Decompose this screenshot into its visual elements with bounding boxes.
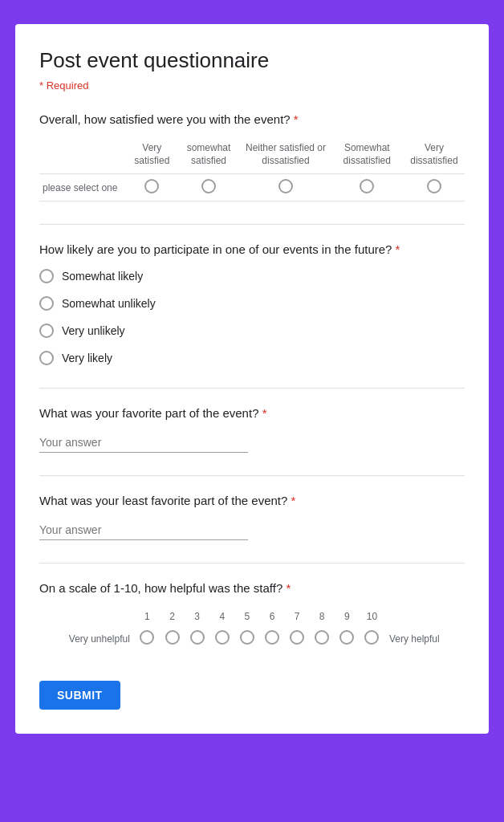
row-label: please select one	[39, 174, 128, 201]
question-5-text: On a scale of 1-10, how helpful was the …	[39, 580, 465, 596]
scale-cell-8[interactable]	[310, 627, 335, 650]
divider-1	[39, 224, 465, 225]
radio-circle-very-unlikely[interactable]	[39, 324, 54, 338]
scale-header-5: 5	[234, 608, 259, 627]
radio-circle-very-likely[interactable]	[39, 351, 54, 365]
scale-header-8: 8	[310, 608, 335, 627]
radio-option-somewhat-likely[interactable]: Somewhat likely	[39, 269, 465, 283]
col-header-somewhat-satisfied: somewhat satisfied	[177, 139, 242, 174]
scale-header-empty-end	[384, 608, 465, 627]
satisfaction-grid: Very satisfied somewhat satisfied Neithe…	[39, 139, 465, 201]
scale-radio-7[interactable]	[290, 630, 304, 645]
grid-cell-4[interactable]	[331, 174, 404, 201]
scale-min-label: Very unhelpful	[39, 627, 135, 650]
scale-radio-6[interactable]	[265, 630, 279, 645]
question-3-text: What was your favorite part of the event…	[39, 405, 465, 421]
divider-4	[39, 563, 465, 564]
scale-radio-4[interactable]	[215, 630, 230, 645]
question-2-section: How likely are you to participate in one…	[39, 241, 465, 365]
form-container: Post event questionnaire * Required Over…	[15, 24, 489, 734]
col-header-very-dissatisfied: Very dissatisfied	[404, 139, 465, 174]
radio-very-satisfied[interactable]	[144, 179, 159, 193]
scale-cell-10[interactable]	[360, 627, 384, 650]
col-header-very-satisfied: Very satisfied	[128, 139, 177, 174]
scale-cell-2[interactable]	[160, 627, 185, 650]
required-star-5: *	[286, 581, 291, 595]
col-header-neither: Neither satisfied or dissatisfied	[241, 139, 330, 174]
q4-text-input[interactable]	[39, 520, 248, 540]
scale-max-label: Very helpful	[384, 627, 465, 650]
scale-radio-1[interactable]	[140, 630, 154, 645]
radio-label-very-likely: Very likely	[62, 352, 112, 364]
scale-header-1: 1	[135, 608, 160, 627]
scale-radio-8[interactable]	[315, 630, 329, 645]
scale-radio-5[interactable]	[240, 630, 254, 645]
question-4-section: What was your least favorite part of the…	[39, 492, 465, 540]
radio-circle-somewhat-likely[interactable]	[39, 269, 54, 283]
scale-header-9: 9	[335, 608, 360, 627]
question-3-section: What was your favorite part of the event…	[39, 405, 465, 453]
scale-radio-2[interactable]	[165, 630, 180, 645]
scale-cell-6[interactable]	[259, 627, 284, 650]
radio-somewhat-dissatisfied[interactable]	[360, 179, 374, 193]
required-star-3: *	[262, 406, 267, 420]
form-title: Post event questionnaire	[39, 48, 465, 73]
radio-neither[interactable]	[278, 179, 293, 193]
scale-row: Very unhelpful Very helpful	[39, 627, 465, 650]
scale-header-10: 10	[360, 608, 384, 627]
grid-cell-2[interactable]	[177, 174, 242, 201]
question-4-text: What was your least favorite part of the…	[39, 492, 465, 509]
scale-header-6: 6	[259, 608, 284, 627]
submit-button[interactable]: SUBMIT	[39, 681, 120, 710]
scale-radio-9[interactable]	[339, 630, 354, 645]
radio-label-somewhat-likely: Somewhat likely	[62, 270, 143, 283]
radio-option-very-unlikely[interactable]: Very unlikely	[39, 324, 465, 338]
required-star-1: *	[294, 112, 299, 126]
question-5-section: On a scale of 1-10, how helpful was the …	[39, 580, 465, 650]
q3-text-input[interactable]	[39, 433, 248, 453]
radio-circle-somewhat-unlikely[interactable]	[39, 296, 54, 311]
scale-grid: 1 2 3 4 5 6 7 8 9 10 Very unhelpful	[39, 608, 465, 650]
col-header-empty	[39, 139, 128, 174]
scale-cell-5[interactable]	[234, 627, 259, 650]
scale-header-2: 2	[160, 608, 185, 627]
col-header-somewhat-dissatisfied: Somewhat dissatisfied	[331, 139, 404, 174]
scale-cell-1[interactable]	[135, 627, 160, 650]
scale-header-4: 4	[209, 608, 234, 627]
radio-somewhat-satisfied[interactable]	[201, 179, 216, 193]
scale-cell-4[interactable]	[209, 627, 234, 650]
grid-cell-3[interactable]	[241, 174, 330, 201]
scale-cell-9[interactable]	[335, 627, 360, 650]
scale-radio-3[interactable]	[190, 630, 205, 645]
scale-cell-7[interactable]	[285, 627, 310, 650]
radio-label-somewhat-unlikely: Somewhat unlikely	[62, 297, 156, 310]
grid-cell-1[interactable]	[128, 174, 177, 201]
scale-header-empty	[39, 608, 135, 627]
radio-option-very-likely[interactable]: Very likely	[39, 351, 465, 365]
scale-header-3: 3	[185, 608, 209, 627]
divider-2	[39, 388, 465, 389]
radio-very-dissatisfied[interactable]	[427, 179, 441, 193]
required-star-4: *	[291, 494, 296, 507]
question-1-section: Overall, how satisfied were you with the…	[39, 111, 465, 201]
q3-input-wrapper	[39, 433, 465, 453]
scale-radio-10[interactable]	[364, 630, 379, 645]
grid-row: please select one	[39, 174, 465, 201]
required-note: * Required	[39, 79, 465, 92]
grid-cell-5[interactable]	[404, 174, 465, 201]
question-1-text: Overall, how satisfied were you with the…	[39, 111, 465, 128]
radio-option-somewhat-unlikely[interactable]: Somewhat unlikely	[39, 296, 465, 311]
q4-input-wrapper	[39, 520, 465, 540]
radio-label-very-unlikely: Very unlikely	[62, 324, 125, 337]
scale-header-7: 7	[285, 608, 310, 627]
question-2-text: How likely are you to participate in one…	[39, 241, 465, 258]
scale-cell-3[interactable]	[185, 627, 209, 650]
divider-3	[39, 475, 465, 476]
required-star-2: *	[396, 242, 400, 256]
